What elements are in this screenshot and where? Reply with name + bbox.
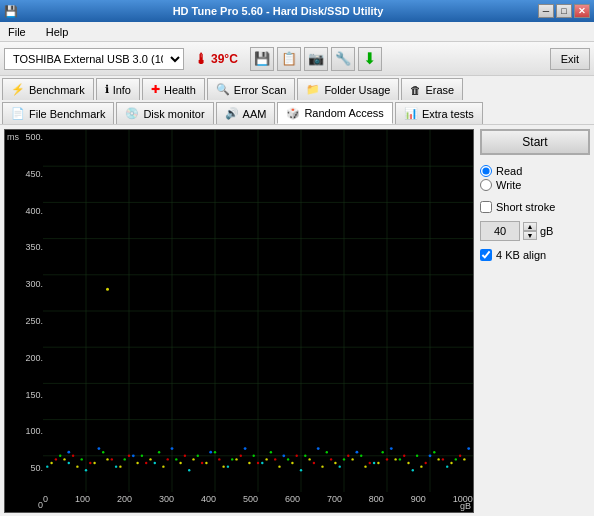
svg-point-82 xyxy=(253,455,255,457)
toolbar-icon-2[interactable]: 📋 xyxy=(277,47,301,71)
svg-point-101 xyxy=(317,447,320,450)
y-label-0: 0 xyxy=(7,500,43,510)
svg-point-104 xyxy=(429,454,432,457)
tab-aam[interactable]: 🔊 AAM xyxy=(216,102,276,124)
title-bar: 💾 HD Tune Pro 5.60 - Hard Disk/SSD Utili… xyxy=(0,0,594,22)
x-label-300: 300 xyxy=(159,494,174,504)
tab-filebenchmark[interactable]: 📄 File Benchmark xyxy=(2,102,114,124)
tab-folderusage[interactable]: 📁 Folder Usage xyxy=(297,78,399,100)
radio-read-label[interactable]: Read xyxy=(480,165,590,177)
x-label-800: 800 xyxy=(369,494,384,504)
svg-point-65 xyxy=(347,455,349,457)
x-label-100: 100 xyxy=(75,494,90,504)
drive-select[interactable]: TOSHIBA External USB 3.0 (1000 gB) xyxy=(4,48,184,70)
shortstroke-checkbox[interactable] xyxy=(480,201,492,213)
title-bar-icon: 💾 xyxy=(4,5,18,18)
errorscan-label: Error Scan xyxy=(234,84,287,96)
y-label-150: 150. xyxy=(7,390,43,400)
tab-diskmonitor[interactable]: 💿 Disk monitor xyxy=(116,102,213,124)
svg-point-35 xyxy=(291,462,293,464)
svg-point-63 xyxy=(313,462,315,464)
exit-button[interactable]: Exit xyxy=(550,48,590,70)
svg-point-32 xyxy=(248,462,250,464)
x-label-700: 700 xyxy=(327,494,342,504)
tab-row-2: 📄 File Benchmark 💿 Disk monitor 🔊 AAM 🎲 … xyxy=(0,100,594,124)
svg-point-24 xyxy=(136,462,138,464)
menu-file[interactable]: File xyxy=(4,24,30,40)
svg-point-42 xyxy=(394,458,396,460)
svg-point-98 xyxy=(209,451,212,454)
toolbar-icon-5[interactable]: ⬇ xyxy=(358,47,382,71)
erase-icon: 🗑 xyxy=(410,84,421,96)
y-label-500: 500. xyxy=(7,132,43,142)
x-label-400: 400 xyxy=(201,494,216,504)
svg-point-90 xyxy=(399,458,401,460)
svg-point-68 xyxy=(403,455,405,457)
extratests-label: Extra tests xyxy=(422,108,474,120)
health-label: Health xyxy=(164,84,196,96)
svg-point-102 xyxy=(356,451,359,454)
shortstroke-label[interactable]: Short stroke xyxy=(480,201,590,213)
tab-health[interactable]: ✚ Health xyxy=(142,78,205,100)
tab-info[interactable]: ℹ Info xyxy=(96,78,140,100)
radio-write-label[interactable]: Write xyxy=(480,179,590,191)
radio-read[interactable] xyxy=(480,165,492,177)
diskmonitor-icon: 💿 xyxy=(125,107,139,120)
toolbar-icon-1[interactable]: 💾 xyxy=(250,47,274,71)
main-content: ms 0 50. 100. 150. 200. 250. 300. 350. 4… xyxy=(0,125,594,516)
y-label-400: 400. xyxy=(7,206,43,216)
minimize-button[interactable]: ─ xyxy=(538,4,554,18)
svg-point-50 xyxy=(72,455,74,457)
x-label-200: 200 xyxy=(117,494,132,504)
svg-point-108 xyxy=(85,469,87,471)
align-checkbox[interactable] xyxy=(480,249,492,261)
stroke-input-row: ▲ ▼ gB xyxy=(480,221,590,241)
align-label[interactable]: 4 KB align xyxy=(480,249,590,261)
chart-plot xyxy=(43,130,473,492)
svg-point-59 xyxy=(240,455,242,457)
info-label: Info xyxy=(113,84,131,96)
title-bar-controls: ─ □ ✕ xyxy=(538,4,590,18)
chart-area: ms 0 50. 100. 150. 200. 250. 300. 350. 4… xyxy=(4,129,474,513)
tab-extratests[interactable]: 📊 Extra tests xyxy=(395,102,483,124)
tab-randomaccess[interactable]: 🎲 Random Access xyxy=(277,102,392,124)
tab-errorscan[interactable]: 🔍 Error Scan xyxy=(207,78,296,100)
spin-up-button[interactable]: ▲ xyxy=(523,222,537,231)
aam-label: AAM xyxy=(243,108,267,120)
tab-erase[interactable]: 🗑 Erase xyxy=(401,78,463,100)
svg-point-51 xyxy=(89,462,91,464)
toolbar-icon-4[interactable]: 🔧 xyxy=(331,47,355,71)
spin-down-button[interactable]: ▼ xyxy=(523,231,537,240)
svg-point-72 xyxy=(59,455,61,457)
svg-point-109 xyxy=(115,465,117,467)
svg-point-54 xyxy=(145,462,147,464)
svg-point-112 xyxy=(227,465,229,467)
svg-point-87 xyxy=(343,458,345,460)
radio-write[interactable] xyxy=(480,179,492,191)
svg-point-18 xyxy=(50,462,52,464)
svg-point-55 xyxy=(167,458,169,460)
svg-point-62 xyxy=(296,455,298,457)
menu-help[interactable]: Help xyxy=(42,24,73,40)
start-button[interactable]: Start xyxy=(480,129,590,155)
stroke-value-input[interactable] xyxy=(480,221,520,241)
filebenchmark-icon: 📄 xyxy=(11,107,25,120)
toolbar-icon-3[interactable]: 📷 xyxy=(304,47,328,71)
benchmark-icon: ⚡ xyxy=(11,83,25,96)
svg-point-110 xyxy=(154,462,156,464)
svg-point-114 xyxy=(300,469,302,471)
y-label-100: 100. xyxy=(7,426,43,436)
svg-point-71 xyxy=(459,455,461,457)
x-axis-unit: gB xyxy=(460,501,471,511)
close-button[interactable]: ✕ xyxy=(574,4,590,18)
maximize-button[interactable]: □ xyxy=(556,4,572,18)
svg-point-97 xyxy=(171,447,174,450)
chart-svg xyxy=(43,130,473,492)
svg-point-117 xyxy=(412,469,414,471)
tab-benchmark[interactable]: ⚡ Benchmark xyxy=(2,78,94,100)
svg-point-66 xyxy=(369,462,371,464)
svg-point-46 xyxy=(450,462,452,464)
svg-point-64 xyxy=(330,458,332,460)
svg-point-41 xyxy=(377,462,379,464)
write-label: Write xyxy=(496,179,521,191)
